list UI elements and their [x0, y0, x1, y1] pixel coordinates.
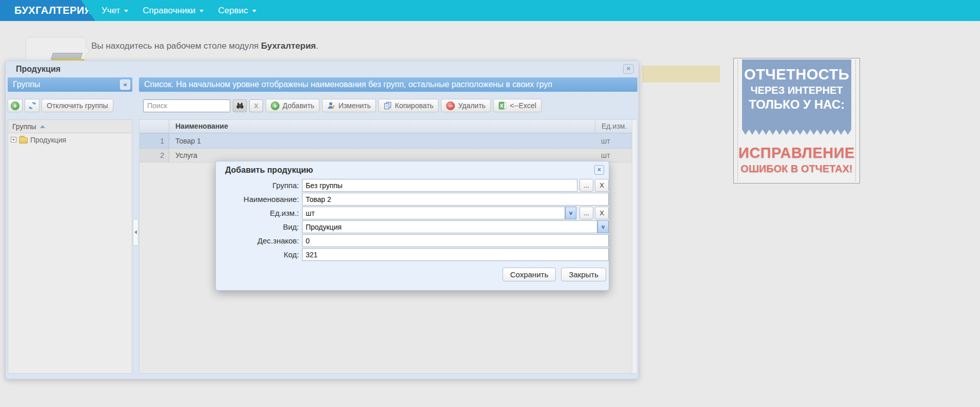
add-group-button[interactable]: +: [8, 99, 23, 112]
vertical-scrollbar[interactable]: [632, 120, 637, 373]
menu-spravochniki[interactable]: Справочники: [143, 6, 204, 16]
refresh-groups-button[interactable]: [25, 99, 39, 112]
clear-search-button[interactable]: X: [249, 99, 263, 112]
expand-plus-icon[interactable]: +: [11, 137, 16, 143]
ad-red-text: ИСПРАВЛЕНИЕ ОШИБОК В ОТЧЕТАХ!: [734, 145, 859, 175]
collapse-left-icon: «: [123, 80, 127, 88]
field-row-unit: Ед.изм.: v ... X: [216, 207, 609, 220]
kind-dropdown-button[interactable]: v: [597, 220, 609, 233]
clear-icon: X: [254, 102, 258, 110]
row-unit: шт: [601, 133, 610, 148]
field-row-kind: Вид: v: [216, 220, 609, 234]
table-row[interactable]: 1 Товар 1 шт: [139, 133, 637, 149]
copy-product-button[interactable]: Копировать: [378, 99, 438, 112]
module-name: Бухгалтерия: [261, 41, 316, 51]
main-menu: Учет Справочники Сервис: [102, 0, 256, 21]
group-clear-button[interactable]: X: [595, 179, 609, 192]
sort-asc-icon: [40, 125, 45, 128]
chevron-down-icon: [199, 10, 204, 12]
field-label: Группа:: [216, 179, 299, 192]
close-button[interactable]: Закрыть: [561, 268, 606, 281]
column-header-name[interactable]: Наименование: [175, 120, 228, 133]
binoculars-icon: [236, 101, 244, 110]
export-excel-button[interactable]: <--Excel: [493, 99, 542, 112]
chevron-down-icon: [124, 10, 128, 12]
panel-splitter-handle[interactable]: [133, 219, 138, 246]
row-number: 1: [139, 133, 169, 148]
collapse-panel-button[interactable]: «: [120, 79, 130, 90]
groups-panel-header: Группы «: [8, 77, 132, 92]
row-unit: шт: [601, 149, 610, 162]
table-row[interactable]: 2 Услуга шт: [139, 149, 637, 162]
folder-icon: [19, 137, 28, 144]
add-product-dialog: Добавить продукцию × Группа: ... X Наиме…: [215, 161, 609, 291]
row-name: Товар 1: [175, 133, 201, 148]
list-toolbar: X + Добавить Изменить Копировать − Удали…: [143, 99, 542, 112]
field-row-group: Группа: ... X: [216, 179, 609, 193]
row-name: Услуга: [175, 149, 197, 162]
groups-tree: Группы + Продукция: [8, 119, 132, 374]
unit-dropdown-button[interactable]: v: [565, 207, 576, 219]
ellipsis-icon: ...: [584, 181, 589, 189]
edit-product-button[interactable]: Изменить: [322, 99, 376, 112]
copy-icon: [384, 101, 392, 110]
field-label: Дес.знаков:: [216, 234, 299, 248]
column-header-unit[interactable]: Ед.изм.: [595, 120, 632, 133]
field-label: Наименование:: [216, 193, 299, 206]
ellipsis-icon: ...: [584, 209, 589, 217]
excel-icon: [498, 101, 507, 110]
search-input[interactable]: [143, 99, 230, 112]
background-block: [642, 66, 720, 83]
ad-banner[interactable]: ОТЧЕТНОСТЬ ЧЕРЕЗ ИНТЕРНЕТ ТОЛЬКО У НАС: …: [733, 58, 860, 184]
field-row-decimals: Дес.знаков:: [216, 234, 609, 248]
add-icon: +: [271, 101, 279, 110]
group-field[interactable]: [302, 179, 577, 192]
unit-field[interactable]: [302, 207, 565, 219]
group-lookup-button[interactable]: ...: [579, 179, 593, 192]
combo-arrow-icon: v: [569, 210, 572, 216]
field-row-code: Код:: [216, 248, 609, 262]
close-icon: ×: [597, 166, 601, 173]
app-logo: БУХГАЛТЕРИЯ: [0, 0, 103, 21]
chevron-down-icon: [252, 10, 256, 12]
field-label: Вид:: [216, 220, 299, 234]
row-number: 2: [139, 149, 169, 162]
collapse-arrow-icon: [134, 230, 137, 234]
code-field[interactable]: [302, 248, 609, 261]
find-button[interactable]: [233, 99, 247, 112]
welcome-text: Вы находитесь на рабочем столе модуля Бу…: [91, 41, 318, 51]
tree-item-label: Продукция: [30, 136, 66, 144]
list-panel-header: Список. На начальном уровне отображены н…: [139, 77, 637, 92]
refresh-icon: [28, 101, 36, 110]
decimals-field[interactable]: [302, 234, 609, 247]
field-label: Ед.изм.:: [216, 207, 299, 220]
delete-icon: −: [446, 101, 455, 110]
dialog-title: Добавить продукцию: [225, 166, 313, 175]
field-label: Код:: [216, 248, 299, 261]
field-row-name: Наименование:: [216, 193, 609, 207]
dialog-buttons: Сохранить Закрыть: [503, 268, 606, 281]
kind-field[interactable]: [302, 220, 597, 233]
add-product-button[interactable]: + Добавить: [266, 99, 319, 112]
name-field[interactable]: [302, 193, 609, 206]
combo-arrow-icon: v: [602, 223, 605, 230]
row-number-column-header: [139, 120, 169, 133]
disable-groups-button[interactable]: Отключить группы: [42, 99, 113, 112]
clear-icon: X: [599, 181, 604, 189]
menu-servis[interactable]: Сервис: [218, 6, 256, 16]
clear-icon: X: [599, 209, 604, 217]
groups-toolbar: + Отключить группы: [8, 99, 113, 112]
top-navigation-bar: БУХГАЛТЕРИЯ Учет Справочники Сервис: [0, 0, 980, 21]
edit-user-icon: [327, 101, 335, 110]
dialog-close-button[interactable]: ×: [594, 165, 604, 175]
window-close-button[interactable]: ×: [623, 64, 634, 74]
menu-uchet[interactable]: Учет: [102, 6, 128, 16]
tree-column-header[interactable]: Группы: [8, 120, 132, 133]
table-header-row: Наименование Ед.изм.: [139, 120, 637, 133]
add-icon: +: [11, 101, 19, 110]
save-button[interactable]: Сохранить: [503, 268, 556, 281]
tree-item-produkcia[interactable]: + Продукция: [8, 133, 132, 146]
delete-product-button[interactable]: − Удалить: [441, 99, 490, 112]
unit-lookup-button[interactable]: ...: [579, 207, 593, 219]
unit-clear-button[interactable]: X: [595, 207, 609, 219]
